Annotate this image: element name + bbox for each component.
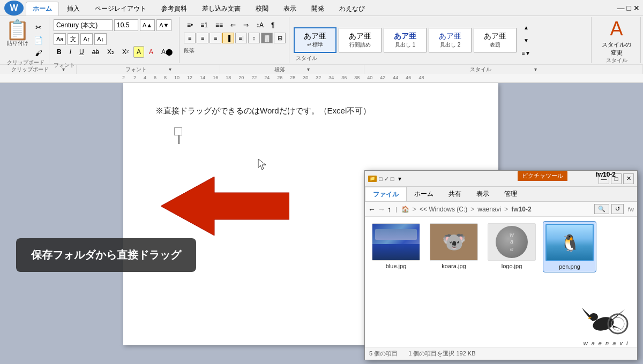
waenavi-svg	[579, 302, 633, 340]
blue-thumbnail	[372, 223, 420, 261]
style-compact[interactable]: あア亜 行間詰め	[339, 28, 382, 52]
tab-home[interactable]: ホーム	[26, 2, 59, 16]
copy-button[interactable]: 📄	[31, 34, 46, 46]
subscript-button[interactable]: X₂	[104, 46, 117, 58]
waenavi-text: w a e n a v i	[584, 340, 629, 346]
current-folder: fw10-2	[511, 206, 531, 213]
clear-format-button[interactable]: Aa	[54, 33, 66, 45]
search-box[interactable]: 🔍	[594, 204, 609, 214]
font-name-input[interactable]	[54, 19, 113, 31]
numbering-button[interactable]: ≡1	[197, 19, 211, 31]
font-color-button[interactable]: A	[146, 46, 156, 58]
sort-button[interactable]: ↕A	[253, 19, 267, 31]
style-heading1[interactable]: あア亜 見出し 1	[384, 28, 427, 52]
style-change-icon[interactable]: A	[610, 19, 623, 39]
explorer-statusbar: 5 個の項目 1 個の項目を選択 192 KB	[365, 347, 637, 360]
file-logo[interactable]: wae logo.jpg	[485, 221, 539, 272]
align-left-button[interactable]: ≡	[184, 33, 196, 43]
paste-button[interactable]: 📋 貼り付け	[5, 19, 29, 47]
explorer-titlebar: 📁 □ ✓ □ ▾ ピクチャツール fw10-2 — □ ✕	[365, 171, 637, 187]
cut-button[interactable]: ✂	[31, 21, 46, 33]
tab-waenavi[interactable]: わえなび	[332, 2, 372, 16]
bullets-button[interactable]: ≡•	[184, 19, 196, 31]
decrease-indent-button[interactable]: ⇐	[227, 19, 239, 31]
tab-review[interactable]: 校閲	[249, 2, 275, 16]
shrink-button2[interactable]: A↓	[94, 33, 107, 45]
line-spacing-button[interactable]: ↕	[248, 33, 260, 43]
list-buttons: ≡• ≡1 ≡≡ ⇐ ⇒ ↕A ¶	[184, 19, 286, 31]
overlay-text: 保存フォルダから直接ドラッグ	[31, 249, 181, 261]
bold-button[interactable]: B	[54, 46, 65, 58]
tab-dev[interactable]: 開発	[304, 2, 331, 16]
pen-thumbnail: 🐧	[545, 224, 594, 261]
format-painter-button[interactable]: 🖌	[31, 47, 46, 59]
style-scroll-down[interactable]: ▼	[519, 34, 534, 46]
underline-button[interactable]: U	[76, 46, 87, 58]
superscript-button[interactable]: X²	[119, 46, 132, 58]
explorer-close-button[interactable]: ✕	[623, 173, 634, 184]
font-size-input[interactable]	[114, 19, 138, 31]
word-icon[interactable]: W	[4, 1, 24, 16]
shading-button[interactable]: ▓	[261, 33, 273, 43]
explorer-tab-manage[interactable]: 管理	[497, 187, 525, 201]
folder-name-title: fw10-2	[596, 171, 616, 178]
explorer-tab-home[interactable]: ホーム	[407, 187, 441, 201]
font-section-label: フォント ▾	[77, 65, 221, 74]
tab-page-layout[interactable]: ページレイアウト	[88, 2, 153, 16]
tab-references[interactable]: 参考資料	[154, 2, 194, 16]
style-change-label[interactable]: スタイルの変更	[602, 41, 631, 57]
font-grow-button[interactable]: A▲	[140, 19, 155, 31]
justify-button[interactable]: ▐	[222, 33, 234, 43]
status-items-count: 5 個の項目	[369, 350, 398, 358]
multi-list-button[interactable]: ≡≡	[212, 19, 226, 31]
svg-marker-1	[161, 177, 289, 236]
tab-mailings[interactable]: 差し込み文書	[195, 2, 248, 16]
explorer-tab-share[interactable]: 共有	[441, 187, 469, 201]
align-buttons: ≡ ≡ ≡ ▐ ≡| ↕ ▓ ⊞	[184, 33, 286, 43]
explorer-tab-file[interactable]: ファイル	[365, 187, 407, 201]
align-center-button[interactable]: ≡	[197, 33, 208, 43]
phonetic-button[interactable]: 文	[68, 33, 79, 45]
font-shrink-button[interactable]: A▼	[156, 19, 171, 31]
style-standard[interactable]: あア亜 ↵ 標準	[294, 27, 337, 53]
close-icon[interactable]: ✕	[633, 4, 640, 12]
tab-insert[interactable]: 挿入	[60, 2, 87, 16]
refresh-button[interactable]: ↺	[611, 204, 624, 214]
italic-button[interactable]: I	[66, 46, 74, 58]
document-text: ※直接ドラッグができるのはWordだけです。（Excel不可）	[155, 104, 466, 117]
ruler: 2 2 4 6 8 10 12 14 16 18 20 22 24 26 28 …	[0, 72, 643, 83]
border-button[interactable]: ⊞	[274, 33, 286, 43]
file-pen[interactable]: 🐧 pen.png	[543, 221, 596, 272]
ribbon-tab-bar: W ホーム 挿入 ページレイアウト 参考資料 差し込み文書 校閲 表示 開発 わ…	[0, 0, 643, 16]
explorer-tab-view[interactable]: 表示	[469, 187, 497, 201]
style-title[interactable]: あア亜 表題	[474, 28, 517, 52]
align-right-button[interactable]: ≡	[210, 33, 221, 43]
char-shading-button[interactable]: A⬤	[158, 46, 176, 58]
strikethrough-button[interactable]: ab	[89, 46, 102, 58]
up-icon[interactable]: ↑	[387, 205, 391, 214]
restore-icon[interactable]: □	[627, 4, 631, 12]
forward-icon[interactable]: →	[378, 205, 385, 214]
styles-group: あア亜 ↵ 標準 あア亜 行間詰め あア亜 見出し 1 あア亜 見出し 2 あア…	[290, 17, 592, 63]
explorer-content: blue.jpg 🐨 koara.jpg wae logo.jpg 🐧	[365, 217, 637, 347]
ribbon: W ホーム 挿入 ページレイアウト 参考資料 差し込み文書 校閲 表示 開発 わ…	[0, 0, 643, 72]
tab-view[interactable]: 表示	[276, 2, 303, 16]
file-koala[interactable]: 🐨 koara.jpg	[427, 221, 481, 272]
file-blue[interactable]: blue.jpg	[369, 221, 423, 272]
text-highlight-button[interactable]: A	[133, 46, 144, 58]
logo-thumbnail: wae	[488, 223, 536, 261]
style-compact-label: 行間詰め	[347, 41, 373, 49]
editing-label: スタイル	[606, 57, 627, 64]
back-icon[interactable]: ←	[368, 205, 376, 214]
svg-marker-0	[258, 159, 266, 170]
grow-button2[interactable]: A↑	[80, 33, 93, 45]
show-marks-button[interactable]: ¶	[268, 19, 278, 31]
align-justify2-button[interactable]: ≡|	[235, 33, 247, 43]
increase-indent-button[interactable]: ⇒	[240, 19, 252, 31]
paragraph-group: ≡• ≡1 ≡≡ ⇐ ⇒ ↕A ¶ ≡ ≡ ≡ ▐ ≡| ↕ ▓ ⊞ 段落	[181, 17, 289, 63]
style-title-label: 表題	[482, 41, 509, 49]
style-expand[interactable]: ≡▼	[519, 47, 534, 59]
style-heading2[interactable]: あア亜 見出し 2	[429, 28, 472, 52]
style-scroll-up[interactable]: ▲	[519, 21, 534, 33]
minimize-icon[interactable]: —	[617, 4, 625, 12]
